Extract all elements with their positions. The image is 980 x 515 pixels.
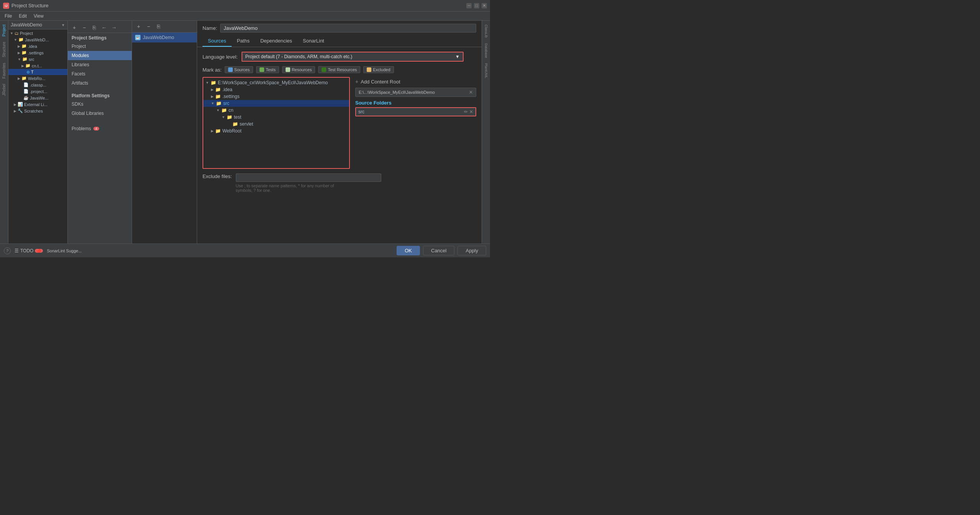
menu-bar: File Edit View <box>0 11 490 21</box>
tab-paths[interactable]: Paths <box>232 36 255 47</box>
sidebar-tab-project[interactable]: Project <box>1 22 7 39</box>
cancel-button[interactable]: Cancel <box>423 246 454 255</box>
nav-item-libraries[interactable]: Libraries <box>68 60 132 69</box>
tab-sources[interactable]: Sources <box>203 36 232 47</box>
project-header-chevron: ▼ <box>61 23 65 27</box>
sidebar-tab-jrebel[interactable]: JRebel <box>1 82 7 98</box>
minimize-button[interactable]: ─ <box>466 3 472 8</box>
module-item-javawebdemo[interactable]: ☕ JavaWebDemo <box>132 33 197 43</box>
right-tab-database[interactable]: Database <box>483 41 489 60</box>
exclude-files-input[interactable] <box>236 173 381 182</box>
sonar-label: SonarLint Sugge... <box>47 249 82 253</box>
tab-dependencies[interactable]: Dependencies <box>255 36 297 47</box>
ok-button[interactable]: OK <box>397 246 420 255</box>
project-settings-title: Project Settings <box>68 33 132 42</box>
tree-item-webroot[interactable]: ▶ 📁 WebRo... <box>8 75 67 82</box>
tabs-row: Sources Paths Dependencies SonarLint <box>203 36 476 47</box>
todo-label: TODO <box>20 248 33 253</box>
tree-item-project[interactable]: ▼ 🗂 Project <box>8 30 67 36</box>
sidebar-strip: Project Structure Favorites JRebel <box>0 21 8 244</box>
source-folder-remove-icon[interactable]: ✕ <box>469 109 473 114</box>
project-panel: JavaWebDemo ▼ ▼ 🗂 Project ▼ 📁 JavaWebD..… <box>8 21 68 244</box>
add-module-btn[interactable]: + <box>70 23 78 32</box>
title-bar: IJ Project Structure ─ □ ✕ <box>0 0 490 11</box>
file-row-servlet[interactable]: 📁 servlet <box>203 121 349 128</box>
content-root-close-btn[interactable]: ✕ <box>469 90 473 95</box>
todo-button[interactable]: ☰ TODO 🔴 <box>15 248 43 253</box>
nav-item-facets[interactable]: Facets <box>68 69 132 78</box>
right-strip: ClassLib Database PlantUML <box>482 21 490 244</box>
add-content-root-plus-icon: + <box>355 78 358 85</box>
tree-item-javawebdemo[interactable]: ▼ 📁 JavaWebD... <box>8 36 67 43</box>
sidebar-tab-favorites[interactable]: Favorites <box>1 60 7 81</box>
lang-level-chevron: ▼ <box>455 54 460 59</box>
tree-item-src[interactable]: ▼ 📁 src <box>8 56 67 62</box>
project-tree: ▼ 🗂 Project ▼ 📁 JavaWebD... ▶ 📁 .idea ▶ … <box>8 29 67 244</box>
file-row-settings[interactable]: ▶ 📁 .settings <box>203 93 349 100</box>
tree-item-scratches[interactable]: ▶ 🔧 Scratches <box>8 108 67 114</box>
lang-level-label: Language level: <box>203 54 238 60</box>
nav-item-sdks[interactable]: SDKs <box>68 100 132 109</box>
help-button[interactable]: ? <box>4 247 11 254</box>
content-root-box: E:\...\WorkSpace_MyEcli\JavaWebDemo ✕ <box>355 88 476 97</box>
project-panel-title: JavaWebDemo <box>11 22 60 28</box>
file-tree: ▼ 📁 E:\WorkSpace_cx\WorkSpace_MyEcli\Jav… <box>203 77 350 169</box>
app-icon: IJ <box>3 3 9 9</box>
nav-item-global-libraries[interactable]: Global Libraries <box>68 109 132 118</box>
menu-edit[interactable]: Edit <box>16 13 30 20</box>
tree-item-project-file[interactable]: 📄 .project... <box>8 88 67 95</box>
right-tab-plantuml[interactable]: PlantUML <box>483 61 489 81</box>
nav-item-artifacts[interactable]: Artifacts <box>68 78 132 88</box>
close-button[interactable]: ✕ <box>482 3 487 8</box>
mark-resources-btn[interactable]: Resources <box>282 66 315 73</box>
tree-item-cnt[interactable]: ▶ 📁 cn.t... <box>8 62 67 69</box>
nav-item-project[interactable]: Project <box>68 42 132 51</box>
sonar-button[interactable]: SonarLint Sugge... <box>47 249 82 253</box>
menu-file[interactable]: File <box>2 13 15 20</box>
mark-sources-btn[interactable]: Sources <box>225 66 253 73</box>
menu-view[interactable]: View <box>31 13 47 20</box>
copy-module-btn[interactable]: ⎘ <box>90 23 98 32</box>
add-content-root-label: Add Content Root <box>361 79 400 85</box>
maximize-button[interactable]: □ <box>474 3 479 8</box>
nav-item-problems[interactable]: Problems 4 <box>68 124 132 133</box>
add-module-item-btn[interactable]: + <box>134 22 143 31</box>
tree-item-settings[interactable]: ▶ 📁 .settings <box>8 49 67 56</box>
mark-test-resources-btn[interactable]: Test Resources <box>318 66 360 73</box>
exclude-files-label: Exclude files: <box>203 173 232 179</box>
back-btn[interactable]: ← <box>100 23 108 32</box>
add-content-root-button[interactable]: + Add Content Root <box>355 77 476 86</box>
forward-btn[interactable]: → <box>110 23 118 32</box>
copy-module-item-btn[interactable]: ⎘ <box>154 22 163 31</box>
file-row-root[interactable]: ▼ 📁 E:\WorkSpace_cx\WorkSpace_MyEcli\Jav… <box>203 79 349 86</box>
mark-tests-btn[interactable]: Tests <box>256 66 279 73</box>
file-row-webroot[interactable]: ▶ 📁 WebRoot <box>203 128 349 134</box>
source-folder-edit-icon[interactable]: ✏ <box>464 109 468 114</box>
file-row-src[interactable]: ▼ 📁 src <box>203 100 349 107</box>
lang-level-select[interactable]: Project default (7 - Diamonds, ARM, mult… <box>242 52 464 62</box>
tree-item-external-libs[interactable]: ▶ 📊 External Li... <box>8 101 67 108</box>
file-row-idea[interactable]: ▶ 📁 .idea <box>203 86 349 93</box>
tree-item-idea[interactable]: ▶ 📁 .idea <box>8 43 67 49</box>
tree-item-T[interactable]: ⚙ T <box>8 69 67 75</box>
name-input[interactable] <box>220 24 476 33</box>
content-area: Name: Sources Paths Dependencies SonarLi… <box>197 21 482 244</box>
content-root-path-text: E:\...\WorkSpace_MyEcli\JavaWebDemo <box>359 90 435 95</box>
file-row-test[interactable]: ▼ 📁 test <box>203 114 349 121</box>
tab-sonarlint[interactable]: SonarLint <box>297 36 330 47</box>
file-row-cn[interactable]: ▼ 📁 cn <box>203 107 349 114</box>
apply-button[interactable]: Apply <box>457 246 486 255</box>
name-label: Name: <box>203 25 217 31</box>
sidebar-tab-structure[interactable]: Structure <box>1 39 7 60</box>
remove-module-btn[interactable]: − <box>80 23 88 32</box>
tree-item-classpath[interactable]: 📄 .classp... <box>8 82 67 88</box>
remove-module-item-btn[interactable]: − <box>144 22 153 31</box>
module-list: + − ⎘ ☕ JavaWebDemo <box>132 21 197 244</box>
mark-excluded-btn[interactable]: Excluded <box>363 66 394 73</box>
module-item-label: JavaWebDemo <box>143 35 174 40</box>
exclude-files-hint: Use ; to separate name patterns, * for a… <box>236 183 381 193</box>
right-tab-classlib[interactable]: ClassLib <box>483 22 489 40</box>
module-item-icon: ☕ <box>135 35 140 40</box>
nav-item-modules[interactable]: Modules <box>68 51 132 60</box>
tree-item-javaws[interactable]: ☕ JavaWe... <box>8 95 67 101</box>
